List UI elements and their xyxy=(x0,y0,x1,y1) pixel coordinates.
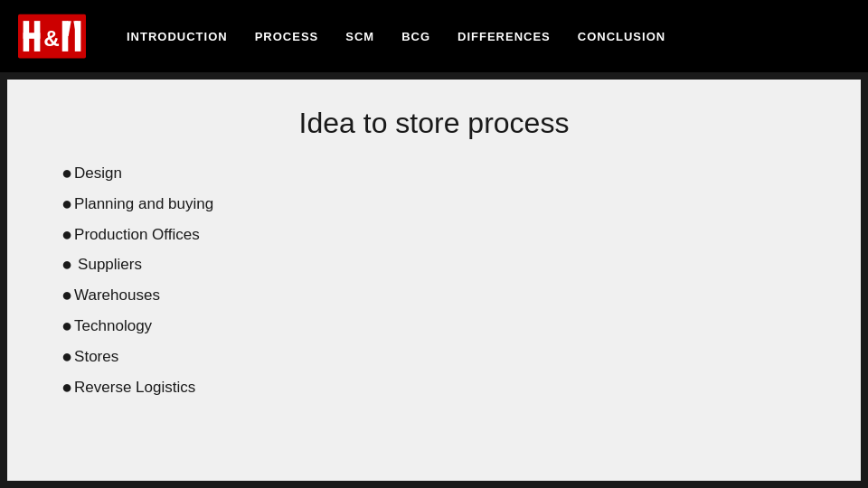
bullet-technology: ● Technology xyxy=(61,315,807,337)
bullet-dot-warehouses: ● xyxy=(61,285,72,305)
bullet-dot-production: ● xyxy=(61,224,72,244)
bullet-dot-stores: ● xyxy=(61,346,72,366)
nav-item-bcg[interactable]: BCG xyxy=(401,30,430,43)
bullet-text-design: Design xyxy=(74,163,122,184)
hm-logo-icon: & xyxy=(18,14,86,59)
bullet-text-reverse: Reverse Logistics xyxy=(74,377,195,399)
bullet-dot-suppliers: ● xyxy=(61,254,72,274)
logo-area: & xyxy=(18,14,99,59)
bullet-warehouses: ● Warehouses xyxy=(61,285,807,306)
nav-item-differences[interactable]: DIFFERENCES xyxy=(458,30,551,43)
bullet-dot-reverse: ● xyxy=(61,377,72,397)
bullet-reverse: ● Reverse Logistics xyxy=(61,377,807,399)
bullet-text-technology: Technology xyxy=(74,315,152,337)
bullet-planning: ● Planning and buying xyxy=(61,193,807,215)
bullet-design: ● Design xyxy=(61,163,807,184)
nav-items: INTRODUCTION PROCESS SCM BCG DIFFERENCES… xyxy=(127,30,850,43)
bullet-text-planning: Planning and buying xyxy=(74,193,213,215)
navbar: & INTRODUCTION PROCESS SCM BCG DIFFERENC… xyxy=(0,0,868,72)
slide-title: Idea to store process xyxy=(61,107,807,140)
nav-item-introduction[interactable]: INTRODUCTION xyxy=(127,30,228,43)
bullet-text-production: Production Offices xyxy=(74,224,200,246)
bullet-text-warehouses: Warehouses xyxy=(74,285,160,306)
svg-rect-3 xyxy=(34,21,41,52)
main-content: Idea to store process ● Design ● Plannin… xyxy=(7,80,861,481)
bullet-production: ● Production Offices xyxy=(61,224,807,246)
nav-item-scm[interactable]: SCM xyxy=(345,30,374,43)
bullet-suppliers: ● Suppliers xyxy=(61,254,807,276)
bullet-stores: ● Stores xyxy=(61,346,807,368)
nav-item-process[interactable]: PROCESS xyxy=(255,30,319,43)
bullet-dot-design: ● xyxy=(61,163,72,183)
bullet-dot-planning: ● xyxy=(61,193,72,213)
svg-text:&: & xyxy=(43,26,60,51)
bullet-dot-technology: ● xyxy=(61,315,72,335)
bullet-list: ● Design ● Planning and buying ● Product… xyxy=(61,163,807,398)
bullet-text-stores: Stores xyxy=(74,346,118,368)
svg-rect-8 xyxy=(75,21,81,52)
slide-container: & INTRODUCTION PROCESS SCM BCG DIFFERENC… xyxy=(0,0,868,488)
nav-item-conclusion[interactable]: CONCLUSION xyxy=(578,30,665,43)
bullet-text-suppliers: Suppliers xyxy=(78,254,142,276)
